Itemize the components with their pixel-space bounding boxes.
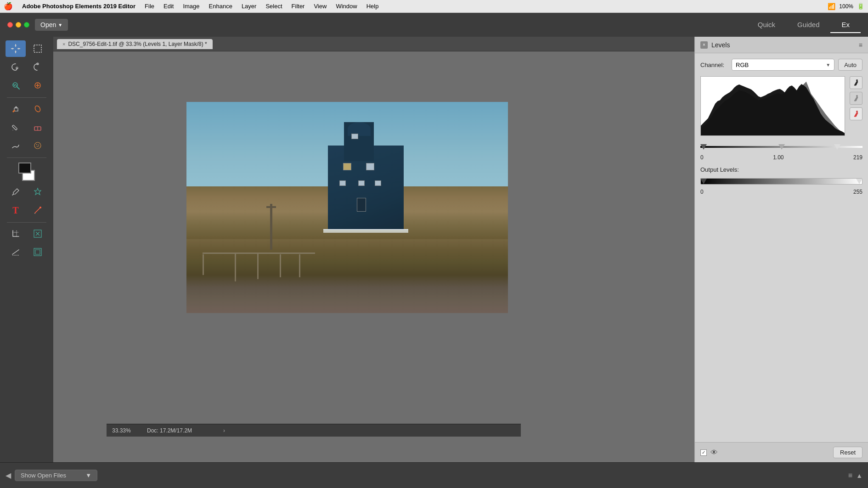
white-input-handle[interactable] [834,144,840,150]
tab-close-icon[interactable]: × [62,41,65,47]
white-output-handle[interactable] [856,179,862,184]
star-tool[interactable] [28,184,48,200]
black-point-eyedropper[interactable] [850,76,862,89]
white-point-eyedropper[interactable] [850,107,862,120]
menu-select[interactable]: Select [262,2,286,11]
channel-dropdown[interactable]: RGB ▼ [732,59,834,71]
reset-button[interactable]: Reset [833,447,862,458]
eyedroppers [850,76,862,138]
smudge-tool[interactable] [6,137,26,154]
eraser-tool[interactable] [28,119,48,135]
menu-edit[interactable]: Edit [160,2,177,11]
svg-point-17 [38,146,39,147]
show-open-files-button[interactable]: Show Open Files ▼ [15,470,97,481]
svg-line-20 [12,250,19,254]
auto-button[interactable]: Auto [838,59,862,71]
tab-guided[interactable]: Guided [786,17,830,33]
eye-icon[interactable]: 👁 [710,449,718,457]
clone-tool[interactable] [6,101,26,117]
menu-filter[interactable]: Filter [288,2,309,11]
tab-title: DSC_9756-Edit-1.tif @ 33.3% (Levels 1, L… [68,41,207,47]
levels-close-button[interactable]: × [700,41,708,49]
output-max-value: 255 [853,189,862,195]
levels-menu-button[interactable]: ≡ [859,41,862,49]
output-slider-track [700,178,862,185]
magnetic-lasso-tool[interactable] [28,59,48,75]
input-level-values: 0 1.00 219 [700,154,862,161]
sponge-tool[interactable] [28,137,48,154]
building-window-2 [366,163,374,170]
black-input-handle[interactable] [700,144,707,150]
battery-text: 100% [839,3,853,10]
building-door [357,198,366,212]
draw-tool[interactable] [28,202,48,219]
building-tower [344,122,374,161]
status-arrow-icon[interactable]: › [223,427,225,434]
gray-point-eyedropper[interactable] [850,92,862,105]
zoom-level: 33.33% [112,427,140,434]
menu-enhance[interactable]: Enhance [205,2,236,11]
battery-icon: 🔋 [857,3,864,10]
levels-content: Channel: RGB ▼ Auto [695,53,868,442]
minimize-window-button[interactable] [16,22,21,28]
status-bar: 33.33% Doc: 17.2M/17.2M › [107,424,521,437]
preview-checkbox[interactable]: ✓ [700,449,707,456]
top-toolbar: Open ▼ Quick Guided Ex [0,13,868,37]
levels-close-icon: × [703,42,705,47]
mid-input-handle[interactable] [778,144,785,150]
menu-view[interactable]: View [310,2,330,11]
text-tool-label: T [12,205,18,216]
canvas-viewport[interactable] [53,51,694,462]
app-container: Open ▼ Quick Guided Ex [0,13,868,488]
bottom-nav-arrow-icon[interactable]: ◀ [6,471,11,480]
lasso-tool[interactable] [6,59,26,75]
open-dropdown-arrow-icon: ▼ [58,22,62,28]
canvas-area: × DSC_9756-Edit-1.tif @ 33.3% (Levels 1,… [53,37,694,462]
tool-row-lasso [2,59,51,75]
wifi-icon: 📶 [828,3,835,10]
canvas-tab[interactable]: × DSC_9756-Edit-1.tif @ 33.3% (Levels 1,… [57,39,213,49]
marquee-tool[interactable] [28,40,48,57]
healing-tool[interactable] [28,77,48,94]
svg-point-26 [856,95,858,97]
close-window-button[interactable] [7,22,13,28]
output-slider-container [700,176,862,187]
recompose-tool[interactable] [28,225,48,242]
tab-quick[interactable]: Quick [747,17,786,33]
tool-row-select [2,77,51,94]
tool-row-crop [2,225,51,242]
svg-point-9 [34,105,41,112]
apple-logo[interactable]: 🍎 [4,2,13,11]
bottom-panel: ◀ Show Open Files ▼ ≡ ▲ [0,462,868,488]
foreground-color-swatch[interactable] [18,163,31,174]
straighten-tool[interactable] [6,244,26,260]
text-tool[interactable]: T [6,202,26,219]
menu-file[interactable]: File [141,2,158,11]
quick-select-tool[interactable] [6,77,26,94]
svg-point-18 [39,207,41,208]
pencil-brush-tool[interactable] [6,119,26,135]
bottom-list-icon[interactable]: ≡ [848,471,852,480]
menu-image[interactable]: Image [179,2,203,11]
move-tool[interactable] [6,40,26,57]
menu-layer[interactable]: Layer [238,2,260,11]
output-level-values: 0 255 [700,189,862,195]
crop-tool[interactable] [6,225,26,242]
svg-point-16 [37,146,38,147]
svg-point-14 [36,144,37,145]
spot-heal-tool[interactable] [28,101,48,117]
menu-help[interactable]: Help [363,2,383,11]
tower-window [351,134,358,139]
bottom-expand-icon[interactable]: ▲ [856,472,862,479]
tab-expert[interactable]: Ex [830,17,861,33]
photo-canvas [186,102,508,313]
open-label: Open [40,21,56,28]
resize-tool[interactable] [28,244,48,260]
open-button[interactable]: Open ▼ [35,19,68,31]
maximize-window-button[interactable] [24,22,29,28]
black-output-handle[interactable] [700,179,707,184]
tool-separator-2 [7,157,46,158]
mode-tabs: Quick Guided Ex [747,17,861,33]
eyedropper-tool[interactable] [6,184,26,200]
menu-window[interactable]: Window [332,2,361,11]
